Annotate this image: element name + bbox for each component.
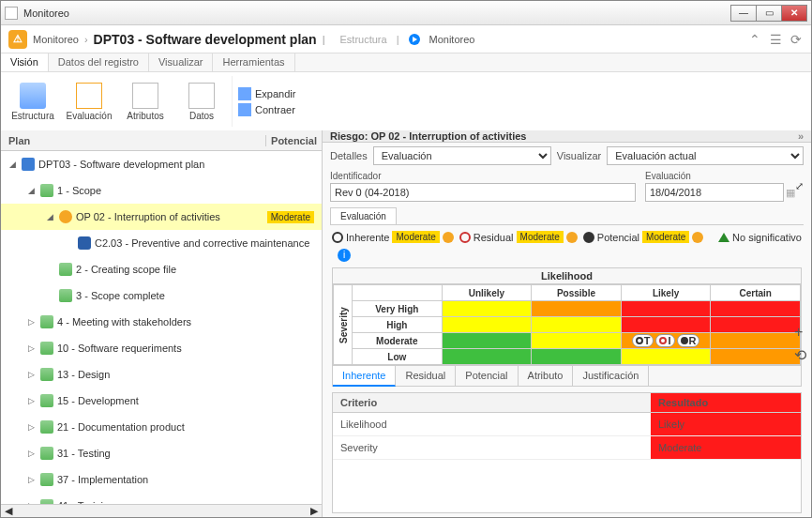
breadcrumb-monitoreo[interactable]: Monitoreo bbox=[429, 34, 475, 45]
face-icon bbox=[692, 232, 703, 243]
tree-node-2[interactable]: 2 - Creating scope file bbox=[1, 256, 322, 282]
criteria-table: CriterioResultado LikelihoodLikely Sever… bbox=[332, 392, 802, 513]
potencial-badge: Moderate bbox=[267, 211, 314, 223]
breadcrumb-current[interactable]: DPT03 - Software development plan bbox=[94, 32, 317, 47]
no-significativo: No significativo bbox=[718, 232, 802, 243]
doc-icon bbox=[5, 7, 18, 20]
plan-tree-pane: Plan Potencial ◢DPT03 - Software develop… bbox=[1, 130, 323, 517]
dtab-inherente[interactable]: Inherente bbox=[333, 366, 396, 387]
detalles-select[interactable]: Evaluación bbox=[373, 146, 551, 165]
tree-node-21[interactable]: ▷21 - Documentation product bbox=[1, 414, 322, 440]
window-titlebar: Monitoreo — ▭ ✕ bbox=[1, 1, 811, 25]
list-icon[interactable]: ☰ bbox=[768, 32, 783, 47]
identificador-input[interactable] bbox=[330, 183, 636, 202]
visualizar-label: Visualizar bbox=[557, 150, 602, 161]
dtab-residual[interactable]: Residual bbox=[396, 366, 456, 386]
collapse-icon[interactable]: » bbox=[798, 130, 804, 142]
refresh-icon[interactable]: ⟳ bbox=[789, 32, 804, 47]
potencial-chip: PotencialModerate bbox=[583, 231, 704, 243]
face-icon bbox=[566, 232, 578, 243]
subtab-evaluacion[interactable]: Evaluación bbox=[330, 207, 397, 224]
tree-node-4[interactable]: ▷4 - Meeting with stakeholders bbox=[1, 309, 322, 335]
tree-node-3[interactable]: 3 - Scope complete bbox=[1, 282, 322, 309]
tab-herramientas[interactable]: Herramientas bbox=[213, 53, 294, 71]
triangle-icon bbox=[718, 233, 729, 242]
maximize-button[interactable]: ▭ bbox=[756, 5, 782, 22]
dtab-atributo[interactable]: Atributo bbox=[519, 366, 574, 386]
close-button[interactable]: ✕ bbox=[781, 5, 807, 22]
tree-node-37[interactable]: ▷37 - Implementation bbox=[1, 466, 322, 493]
calendar-icon[interactable]: ▦ bbox=[786, 187, 795, 199]
tree-node-13[interactable]: ▷13 - Design bbox=[1, 361, 322, 388]
risk-detail-pane: Riesgo: OP 02 - Interruption of activiti… bbox=[323, 130, 811, 517]
crit-row-severity[interactable]: SeverityModerate bbox=[333, 436, 801, 460]
visualizar-select[interactable]: Evaluación actual bbox=[607, 146, 804, 165]
dtab-potencial[interactable]: Potencial bbox=[456, 366, 518, 386]
crit-row-likelihood[interactable]: LikelihoodLikely bbox=[333, 413, 801, 436]
tree-node-op02[interactable]: ◢OP 02 - Interruption of activitiesModer… bbox=[1, 204, 322, 230]
severity-axis: Severity bbox=[334, 285, 353, 365]
app-logo-icon: ⚠ bbox=[8, 30, 27, 49]
play-icon bbox=[409, 34, 420, 45]
dtab-justificacion[interactable]: Justificación bbox=[573, 366, 649, 386]
tree-node-31[interactable]: ▷31 - Testing bbox=[1, 440, 322, 466]
tree-node-41[interactable]: ▷41 - Training bbox=[1, 493, 322, 504]
tab-vision[interactable]: Visión bbox=[1, 53, 49, 71]
breadcrumb-estructura[interactable]: Estructura bbox=[340, 34, 387, 45]
tree-col-potencial: Potencial bbox=[265, 135, 322, 146]
matrix-cell-markers: TIR bbox=[621, 333, 711, 349]
expand-icon[interactable]: ⤢ bbox=[795, 180, 804, 192]
minimize-button[interactable]: — bbox=[730, 5, 757, 22]
estructura-button[interactable]: Estructura bbox=[7, 76, 59, 127]
risk-matrix: Likelihood SeverityUnlikelyPossibleLikel… bbox=[332, 267, 802, 366]
reload-button[interactable]: ⟲ bbox=[794, 346, 806, 364]
tab-datos-registro[interactable]: Datos del registro bbox=[49, 53, 149, 71]
detalles-label: Detalles bbox=[330, 150, 368, 161]
info-icon[interactable]: i bbox=[338, 249, 351, 262]
crit-col-criterio: Criterio bbox=[333, 393, 651, 412]
residual-chip: ResidualModerate bbox=[459, 231, 578, 243]
chevron-up-down-icon[interactable]: ⌃ bbox=[747, 32, 762, 47]
risk-title: Riesgo: OP 02 - Interruption of activiti… bbox=[330, 130, 526, 142]
evaluacion-date-input[interactable] bbox=[645, 183, 784, 202]
expandir-button[interactable]: Expandir bbox=[238, 87, 295, 100]
evaluacion-label: Evaluación bbox=[645, 171, 786, 181]
add-button[interactable]: + bbox=[794, 324, 806, 341]
ribbon: Visión Datos del registro Visualizar Her… bbox=[1, 53, 811, 130]
atributos-button[interactable]: Atributos bbox=[119, 76, 172, 127]
breadcrumb-root[interactable]: Monitoreo bbox=[33, 34, 79, 45]
tree-node-scope[interactable]: ◢1 - Scope bbox=[1, 177, 322, 204]
header: ⚠ Monitoreo › DPT03 - Software developme… bbox=[1, 25, 811, 53]
tree-node-10[interactable]: ▷10 - Software requeriments bbox=[1, 335, 322, 361]
tree-col-plan: Plan bbox=[1, 135, 265, 146]
tree-node-15[interactable]: ▷15 - Development bbox=[1, 388, 322, 414]
detail-tabs: Inherente Residual Potencial Atributo Ju… bbox=[332, 366, 802, 387]
plan-tree[interactable]: ◢DPT03 - Software development plan ◢1 - … bbox=[1, 151, 322, 504]
tab-visualizar[interactable]: Visualizar bbox=[149, 53, 214, 71]
evaluacion-button[interactable]: Evaluación bbox=[63, 76, 115, 127]
identificador-label: Identificador bbox=[330, 171, 636, 181]
tree-node-root[interactable]: ◢DPT03 - Software development plan bbox=[1, 151, 322, 177]
window-title: Monitoreo bbox=[23, 8, 731, 19]
matrix-title: Likelihood bbox=[333, 268, 801, 284]
inherente-chip: InherenteModerate bbox=[332, 231, 454, 243]
crit-col-resultado: Resultado bbox=[651, 393, 801, 412]
contraer-button[interactable]: Contraer bbox=[238, 103, 295, 116]
datos-button[interactable]: Datos bbox=[175, 76, 228, 127]
tree-node-c203[interactable]: C2.03 - Preventive and corrective mainte… bbox=[1, 230, 322, 256]
face-icon bbox=[443, 232, 454, 243]
